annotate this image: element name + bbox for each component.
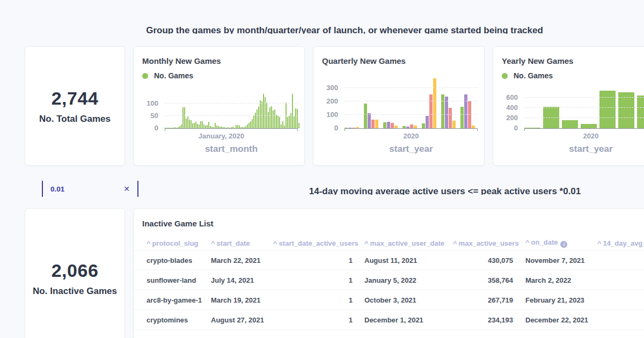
bar — [179, 126, 180, 128]
cell-protocol-slug: cryptomines — [147, 316, 211, 324]
bar — [452, 121, 456, 128]
bar — [295, 108, 296, 128]
chart-legend[interactable]: No. Games — [502, 70, 644, 81]
cell-start-date: March 19, 2021 — [211, 296, 273, 304]
bar — [287, 117, 288, 128]
column-header-max-active-users[interactable]: ^max_active_users — [453, 239, 525, 247]
bar-group — [383, 122, 398, 128]
quarterly-bars — [345, 77, 478, 128]
yearly-new-games-card: Yearly New Games No. Games 0200400600 20… — [493, 46, 644, 166]
bar — [364, 104, 367, 128]
bar — [215, 123, 216, 128]
bar — [345, 128, 348, 128]
dashboard: Group the games by month/quarter/year of… — [0, 0, 644, 338]
column-header-14-day-avg[interactable]: ^14_day_avg_r — [597, 239, 644, 247]
cell-max-active-user-date: January 5, 2022 — [353, 276, 453, 284]
inactive-rule-heading: 14-day moving average active users <= pe… — [133, 187, 644, 195]
table-row: sunflower-land July 14, 2021 1 January 5… — [134, 270, 644, 290]
bar — [166, 128, 167, 128]
inactive-games-card: 2,066 No. Inactive Games — [25, 208, 125, 338]
chart-title: Yearly New Games — [502, 56, 644, 67]
bar — [181, 124, 182, 128]
info-icon[interactable]: i — [560, 241, 567, 248]
bar — [414, 126, 417, 128]
bar — [599, 91, 616, 128]
chart-legend[interactable]: No. Games — [142, 70, 298, 81]
bar — [252, 119, 253, 128]
bar — [182, 107, 184, 128]
cell-on-date: November 7, 2021 — [525, 256, 597, 264]
x-axis-title: start_year — [345, 144, 478, 155]
bar — [402, 126, 406, 128]
bar — [192, 123, 193, 128]
bar — [394, 126, 398, 128]
cell-on-date: December 22, 2021 — [525, 316, 597, 324]
sort-caret-icon: ^ — [597, 239, 602, 247]
bar — [348, 128, 352, 128]
chart-title: Quarterly New Games — [322, 56, 478, 67]
bar — [218, 126, 219, 128]
bar — [618, 92, 634, 128]
bar — [165, 128, 166, 128]
bar — [207, 125, 208, 128]
bar — [406, 127, 409, 128]
inactive-game-list-card: Inactive Game List ^protocol_slug ^start… — [133, 208, 644, 338]
table-row: cryptomines August 27, 2021 1 December 1… — [134, 310, 644, 330]
bar — [205, 126, 206, 128]
bar — [248, 123, 250, 128]
table-row: crypto-blades March 22, 2021 1 August 11… — [134, 251, 644, 270]
bar — [449, 108, 452, 128]
bar-group — [364, 104, 378, 128]
column-header-on-date[interactable]: ^on_datei — [525, 238, 597, 248]
cell-start-date: July 14, 2021 — [211, 276, 273, 284]
quarterly-new-games-card: Quarterly New Games 0100200300 2020 star… — [313, 46, 485, 166]
bar — [191, 120, 192, 128]
bar — [168, 128, 169, 128]
bar — [292, 94, 293, 128]
cell-max-active-users: 430,075 — [453, 256, 525, 264]
column-header-start-date[interactable]: ^start_date — [211, 239, 273, 247]
y-axis-labels: 0100200300 — [320, 77, 341, 128]
bar — [263, 94, 264, 128]
cell-max-active-users: 234,193 — [453, 316, 525, 324]
bar — [173, 128, 174, 128]
bar — [232, 127, 233, 128]
bar — [197, 124, 198, 128]
bar — [216, 126, 217, 128]
bar — [422, 123, 425, 128]
bar — [441, 94, 444, 128]
threshold-filter-input[interactable]: 0.01 ✕ — [42, 181, 138, 197]
bar — [228, 127, 229, 128]
bar — [200, 121, 201, 128]
column-header-start-date-active-users[interactable]: ^start_date_active_users — [273, 239, 353, 247]
column-header-max-active-user-date[interactable]: ^max_active_user_date — [353, 239, 453, 247]
column-header-protocol-slug[interactable]: ^protocol_slug — [147, 239, 211, 247]
x-tick-label: 2020 — [583, 132, 599, 140]
threshold-filter-value: 0.01 — [50, 185, 64, 193]
yearly-bars-plot: 0200400600 2020 — [524, 85, 644, 129]
bar — [202, 121, 203, 128]
table-row: arc8-by-gamee-1 March 19, 2021 1 October… — [134, 290, 644, 310]
bar — [176, 128, 177, 128]
y-axis-labels: 0200400600 — [500, 85, 521, 128]
bar — [289, 116, 290, 128]
group-by-heading: Group the games by month/quarter/year of… — [25, 26, 644, 34]
bar — [242, 127, 243, 128]
bar — [276, 115, 277, 128]
legend-dot-icon — [502, 73, 508, 79]
cell-max-active-user-date: August 11, 2021 — [353, 256, 453, 264]
bar — [223, 127, 224, 128]
bar — [250, 121, 251, 128]
bar — [211, 127, 213, 128]
bar — [284, 126, 285, 128]
total-games-value: 2,744 — [52, 88, 99, 109]
clear-filter-icon[interactable]: ✕ — [123, 185, 130, 193]
bar — [279, 117, 280, 128]
bar — [210, 126, 211, 128]
sort-caret-icon: ^ — [211, 239, 215, 247]
bar — [410, 124, 413, 128]
y-axis-labels: 050100 — [140, 85, 162, 128]
cell-start-date-active-users: 1 — [273, 316, 353, 324]
bar — [178, 127, 179, 128]
bar — [375, 120, 378, 128]
